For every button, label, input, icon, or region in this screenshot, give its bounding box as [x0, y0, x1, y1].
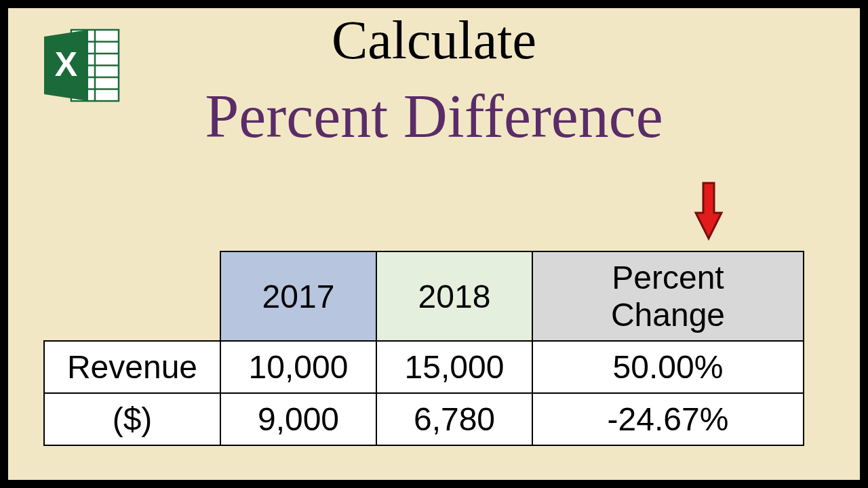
table-row: Revenue 10,000 15,000 50.00% [44, 341, 804, 393]
cell-2017-row1: 10,000 [220, 341, 376, 393]
title-line-1: Calculate [8, 9, 860, 71]
table-corner [44, 251, 220, 341]
cell-2018-row1: 15,000 [376, 341, 532, 393]
col-header-2017: 2017 [220, 251, 376, 341]
row-label-bottom: ($) [44, 393, 220, 445]
cell-2018-row2: 6,780 [376, 393, 532, 445]
col-header-2018: 2018 [376, 251, 532, 341]
data-table: 2017 2018 Percent Change Revenue 10,000 … [43, 251, 804, 446]
svg-marker-9 [696, 183, 722, 239]
row-label-top: Revenue [44, 341, 220, 393]
table-row: ($) 9,000 6,780 -24.67% [44, 393, 804, 445]
slide-frame: X Calculate Percent Difference 2017 2018… [0, 0, 868, 488]
table-header-row: 2017 2018 Percent Change [44, 251, 804, 341]
cell-2017-row2: 9,000 [220, 393, 376, 445]
col-header-percent-change: Percent Change [532, 251, 804, 341]
cell-pct-row2: -24.67% [532, 393, 804, 445]
cell-pct-row1: 50.00% [532, 341, 804, 393]
title-line-2: Percent Difference [8, 81, 860, 151]
arrow-down-icon [693, 180, 724, 241]
